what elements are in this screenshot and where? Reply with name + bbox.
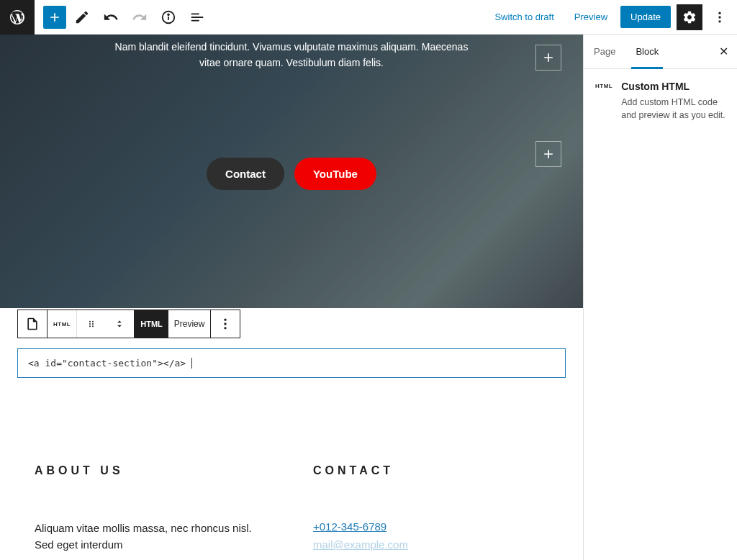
redo-icon[interactable] — [127, 4, 153, 30]
svg-point-9 — [92, 323, 94, 325]
update-button[interactable]: Update — [620, 6, 671, 28]
drag-handle-icon[interactable] — [76, 310, 105, 338]
svg-point-4 — [718, 16, 720, 18]
contact-email-link[interactable]: mail@example.com — [313, 538, 548, 551]
svg-point-13 — [225, 322, 227, 325]
toolbar-right-group: Switch to draft Preview Update — [487, 4, 737, 30]
info-icon[interactable] — [155, 4, 181, 30]
block-description: Add custom HTML code and preview it as y… — [621, 96, 725, 122]
contact-phone-link[interactable]: +012-345-6789 — [313, 520, 548, 533]
svg-point-6 — [89, 321, 91, 322]
svg-point-3 — [718, 12, 720, 14]
editor-canvas[interactable]: Nam blandit eleifend tincidunt. Vivamus … — [0, 35, 583, 560]
add-block-appender-mid[interactable] — [535, 141, 561, 167]
move-controls[interactable] — [105, 310, 134, 338]
block-more-icon[interactable] — [211, 310, 240, 338]
edit-tool-icon[interactable] — [69, 4, 95, 30]
toolbar-left-group — [35, 4, 210, 30]
contact-heading[interactable]: CONTACT — [313, 464, 548, 477]
lower-content: ABOUT US Aliquam vitae mollis massa, nec… — [0, 378, 583, 556]
more-options-icon[interactable] — [708, 4, 731, 30]
youtube-button[interactable]: YouTube — [294, 158, 376, 190]
about-column: ABOUT US Aliquam vitae mollis massa, nec… — [35, 464, 270, 556]
contact-column: CONTACT +012-345-6789 mail@example.com — [313, 464, 548, 556]
svg-point-8 — [89, 323, 91, 325]
svg-point-11 — [92, 325, 94, 327]
svg-point-2 — [168, 14, 169, 15]
undo-icon[interactable] — [98, 4, 124, 30]
hero-buttons: Contact YouTube — [207, 158, 376, 190]
tab-block[interactable]: Block — [625, 35, 669, 68]
block-title: Custom HTML — [621, 81, 725, 92]
svg-point-14 — [225, 327, 227, 329]
settings-button[interactable] — [677, 4, 702, 30]
svg-point-10 — [89, 325, 91, 327]
settings-sidebar: Page Block ✕ HTML Custom HTML Add custom… — [583, 35, 737, 560]
parent-block-icon[interactable] — [18, 310, 47, 338]
wordpress-logo[interactable] — [0, 0, 35, 35]
add-block-button[interactable] — [43, 6, 66, 29]
block-toolbar: HTML HTML Preview — [17, 310, 566, 338]
text-cursor — [186, 358, 192, 369]
sidebar-body: HTML Custom HTML Add custom HTML code an… — [584, 69, 737, 133]
contact-button[interactable]: Contact — [207, 158, 284, 190]
block-type-icon[interactable]: HTML — [48, 310, 76, 338]
block-icon: HTML — [595, 81, 612, 89]
switch-to-draft-button[interactable]: Switch to draft — [487, 7, 561, 27]
hero-text[interactable]: Nam blandit eleifend tincidunt. Vivamus … — [115, 39, 469, 71]
svg-point-7 — [92, 321, 94, 322]
close-sidebar-icon[interactable]: ✕ — [710, 45, 737, 58]
svg-point-5 — [718, 20, 720, 22]
about-text[interactable]: Aliquam vitae mollis massa, nec rhoncus … — [35, 520, 270, 553]
add-block-appender-top[interactable] — [535, 45, 561, 71]
outline-icon[interactable] — [184, 4, 210, 30]
tab-page[interactable]: Page — [584, 35, 625, 68]
html-code-input[interactable]: <a id="contact-section"></a> — [17, 348, 566, 378]
top-toolbar: Switch to draft Preview Update — [0, 0, 737, 35]
about-heading[interactable]: ABOUT US — [35, 464, 270, 477]
preview-tab[interactable]: Preview — [168, 310, 211, 338]
hero-section: Nam blandit eleifend tincidunt. Vivamus … — [0, 35, 583, 308]
sidebar-tabs: Page Block ✕ — [584, 35, 737, 69]
preview-button[interactable]: Preview — [567, 7, 615, 27]
html-tab[interactable]: HTML — [135, 310, 168, 338]
svg-point-12 — [225, 319, 227, 321]
